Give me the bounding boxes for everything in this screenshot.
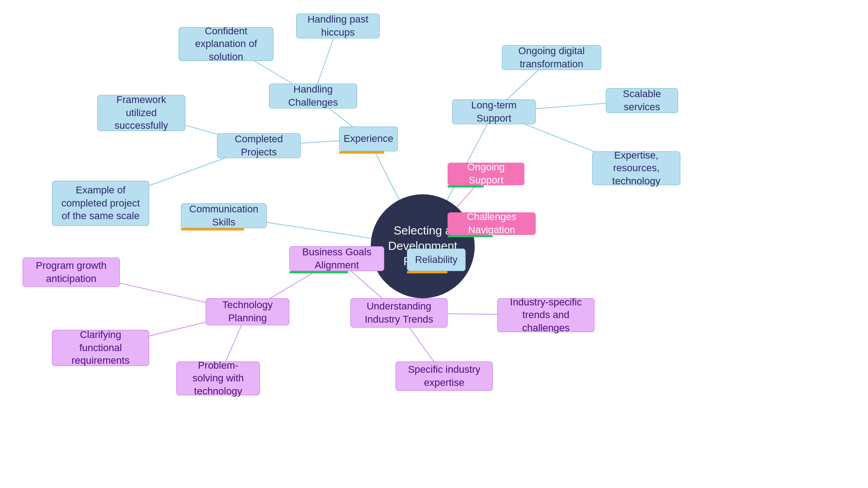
bar-experience xyxy=(339,151,384,154)
node-challenges_navigation: Challenges Navigation xyxy=(448,212,536,235)
bar-ongoing_support xyxy=(448,185,484,188)
node-problem_solving: Problem-solving with technology xyxy=(176,361,260,395)
node-framework_utilized: Framework utilized successfully xyxy=(97,95,185,131)
node-experience: Experience xyxy=(339,127,398,151)
node-confident_explanation: Confident explanation of solution xyxy=(179,27,274,61)
node-expertise_resources: Expertise, resources, technology xyxy=(592,151,680,185)
node-program_growth: Program growth anticipation xyxy=(23,258,120,287)
node-long_term_support: Long-term Support xyxy=(452,99,536,124)
center-node: Selecting a Development Partner xyxy=(371,194,475,298)
node-example_completed: Example of completed project of the same… xyxy=(52,181,149,226)
node-specific_industry: Specific industry expertise xyxy=(396,361,493,391)
node-clarifying_functional: Clarifying functional requirements xyxy=(52,330,149,366)
node-ongoing_digital: Ongoing digital transformation xyxy=(502,45,601,70)
node-reliability: Reliability xyxy=(407,249,466,271)
bar-reliability xyxy=(407,271,448,273)
mindmap-canvas: Selecting a Development PartnerExperienc… xyxy=(0,0,868,488)
node-handling_past_hiccups: Handling past hiccups xyxy=(296,14,380,38)
node-industry_specific: Industry-specific trends and challenges xyxy=(497,298,594,332)
node-ongoing_support: Ongoing Support xyxy=(448,163,524,185)
node-business_goals: Business Goals Alignment xyxy=(289,246,384,271)
node-communication_skills: Communication Skills xyxy=(181,203,267,228)
node-technology_planning: Technology Planning xyxy=(206,298,289,325)
node-understanding_industry: Understanding Industry Trends xyxy=(350,298,448,328)
bar-challenges_navigation xyxy=(448,235,493,237)
node-completed_projects: Completed Projects xyxy=(217,133,301,158)
bar-business_goals xyxy=(289,271,348,273)
node-scalable_services: Scalable services xyxy=(606,88,678,113)
bar-communication_skills xyxy=(181,228,244,230)
node-handling_challenges: Handling Challenges xyxy=(269,84,357,108)
